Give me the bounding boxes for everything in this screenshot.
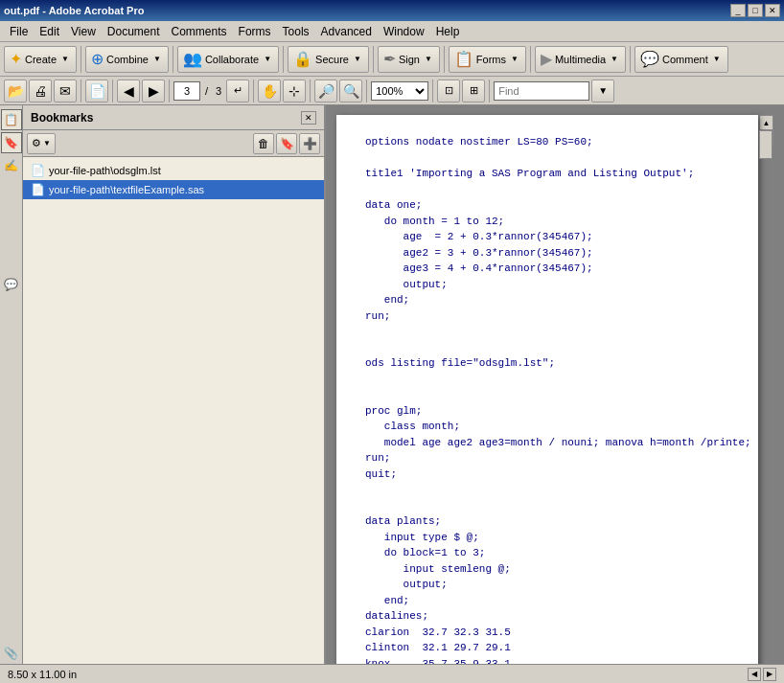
separator-nav-4 [253, 80, 254, 102]
create-icon: ✦ [10, 50, 22, 68]
zoom-out-button[interactable]: 🔎 [314, 80, 337, 102]
page-total: 3 [216, 85, 221, 97]
scroll-thumb[interactable] [759, 130, 772, 159]
pdf-scrollbar[interactable]: ▲ ▼ [758, 115, 773, 146]
title-text: out.pdf - Adobe Acrobat Pro [4, 5, 144, 16]
fit-page-button[interactable]: ⊡ [437, 80, 460, 102]
menu-file[interactable]: File [4, 23, 34, 40]
pdf-content: options nodate nostimer LS=80 PS=60; tit… [365, 134, 729, 664]
collaborate-button[interactable]: 👥 Collaborate ▼ [177, 46, 279, 73]
separator-nav-7 [432, 80, 433, 102]
scroll-up-button[interactable]: ▲ [759, 115, 773, 130]
side-icon-layers[interactable]: 💬 [1, 274, 22, 295]
status-next-button[interactable]: ▶ [763, 668, 776, 681]
comment-button[interactable]: 💬 Comment ▼ [634, 46, 728, 73]
maximize-button[interactable]: □ [748, 4, 763, 17]
collaborate-icon: 👥 [183, 50, 202, 68]
print-button[interactable]: 🖨 [29, 80, 52, 102]
separator-4 [373, 46, 374, 73]
separator-3 [283, 46, 284, 73]
page-input[interactable] [173, 81, 200, 101]
select-tool[interactable]: ⊹ [283, 80, 306, 102]
menu-help[interactable]: Help [430, 23, 466, 40]
hand-tool[interactable]: ✋ [258, 80, 281, 102]
multimedia-button[interactable]: ▶ Multimedia ▼ [535, 46, 626, 73]
separator-nav-6 [366, 80, 367, 102]
separator-6 [530, 46, 531, 73]
panel-expand-button[interactable]: ➕ [299, 133, 320, 154]
status-prev-button[interactable]: ◀ [748, 668, 761, 681]
side-icon-signatures[interactable]: ✍ [1, 155, 22, 176]
zoom-in-button[interactable]: 🔍 [339, 80, 362, 102]
left-panel: 📋 🔖 ✍ 💬 📎 Bookmarks ✕ ⚙ ▼ 🗑 🔖 ➕ [0, 105, 326, 664]
collaborate-arrow: ▼ [262, 55, 273, 63]
side-icon-strip: 📋 🔖 ✍ 💬 📎 [0, 105, 23, 664]
prev-page-button[interactable]: ◀ [117, 80, 140, 102]
menu-comments[interactable]: Comments [166, 23, 233, 40]
pdf-area[interactable]: options nodate nostimer LS=80 PS=60; tit… [326, 105, 784, 664]
menu-tools[interactable]: Tools [277, 23, 315, 40]
combine-button[interactable]: ⊕ Combine ▼ [85, 46, 169, 73]
open-button[interactable]: 📂 [4, 80, 27, 102]
menu-advanced[interactable]: Advanced [315, 23, 378, 40]
panel-inner: Bookmarks ✕ ⚙ ▼ 🗑 🔖 ➕ 📄 your-file-path\o… [23, 105, 324, 664]
goto-button[interactable]: ↵ [226, 80, 249, 102]
status-bar: 8.50 x 11.00 in ◀ ▶ [0, 664, 784, 683]
bookmarks-list: 📄 your-file-path\odsglm.lst 📄 your-file-… [23, 157, 324, 203]
panel-options-button[interactable]: ⚙ ▼ [27, 133, 56, 154]
menu-window[interactable]: Window [378, 23, 430, 40]
separator-nav-5 [310, 80, 311, 102]
bookmark-file-icon-1: 📄 [31, 164, 45, 177]
forms-button[interactable]: 📋 Forms ▼ [449, 46, 526, 73]
side-icon-attachments[interactable]: 📎 [1, 643, 22, 664]
find-arrow[interactable]: ▼ [591, 80, 614, 102]
zoom-select[interactable]: 100% 75% 125% 150% [371, 81, 428, 101]
panel-add-button[interactable]: 🔖 [276, 133, 297, 154]
navigation-toolbar: 📂 🖨 ✉ 📄 ◀ ▶ / 3 ↵ ✋ ⊹ 🔎 🔍 100% 75% 125% … [0, 77, 784, 105]
close-button[interactable]: ✕ [765, 4, 780, 17]
side-icon-pages[interactable]: 📋 [1, 109, 22, 130]
separator-7 [630, 46, 631, 73]
minimize-button[interactable]: _ [730, 4, 746, 17]
forms-icon: 📋 [454, 50, 473, 68]
window-controls[interactable]: _ □ ✕ [730, 4, 780, 17]
bookmark-item-1[interactable]: 📄 your-file-path\odsglm.lst [23, 161, 324, 180]
menu-bar: File Edit View Document Comments Forms T… [0, 21, 784, 42]
separator-5 [444, 46, 445, 73]
email-button[interactable]: ✉ [54, 80, 77, 102]
secure-button[interactable]: 🔒 Secure ▼ [288, 46, 369, 73]
menu-forms[interactable]: Forms [233, 23, 277, 40]
gear-arrow: ▼ [43, 139, 51, 148]
panel-trash-button[interactable]: 🗑 [253, 133, 274, 154]
page-separator: / [205, 85, 208, 97]
sign-button[interactable]: ✒ Sign ▼ [378, 46, 440, 73]
menu-view[interactable]: View [65, 23, 102, 40]
forms-arrow: ▼ [509, 55, 520, 63]
create-button[interactable]: ✦ Create ▼ [4, 46, 77, 73]
separator-nav-1 [81, 80, 81, 102]
separator-nav-3 [169, 80, 170, 102]
pdf-page: options nodate nostimer LS=80 PS=60; tit… [336, 115, 758, 664]
find-input[interactable] [494, 81, 589, 101]
secure-arrow: ▼ [352, 55, 363, 63]
main-toolbar: ✦ Create ▼ ⊕ Combine ▼ 👥 Collaborate ▼ 🔒… [0, 42, 784, 77]
panel-title: Bookmarks [31, 111, 93, 125]
separator-1 [81, 46, 81, 73]
create-arrow: ▼ [59, 55, 71, 63]
comment-arrow: ▼ [711, 55, 723, 63]
main-content: 📋 🔖 ✍ 💬 📎 Bookmarks ✕ ⚙ ▼ 🗑 🔖 ➕ [0, 105, 784, 664]
bookmark-item-2[interactable]: 📄 your-file-path\textfileExample.sas [23, 180, 324, 199]
menu-edit[interactable]: Edit [34, 23, 65, 40]
panel-toolbar: ⚙ ▼ 🗑 🔖 ➕ [23, 130, 324, 157]
combine-arrow: ▼ [151, 55, 163, 63]
side-icon-bookmarks[interactable]: 🔖 [1, 132, 22, 153]
panel-close-button[interactable]: ✕ [301, 111, 316, 125]
menu-document[interactable]: Document [102, 23, 166, 40]
sign-arrow: ▼ [423, 55, 434, 63]
separator-2 [173, 46, 173, 73]
next-page-button[interactable]: ▶ [142, 80, 165, 102]
page-view-button[interactable]: 📄 [85, 80, 108, 102]
status-navigation[interactable]: ◀ ▶ [748, 668, 776, 681]
fit-width-button[interactable]: ⊞ [462, 80, 485, 102]
bookmark-label-1: your-file-path\odsglm.lst [49, 165, 161, 176]
